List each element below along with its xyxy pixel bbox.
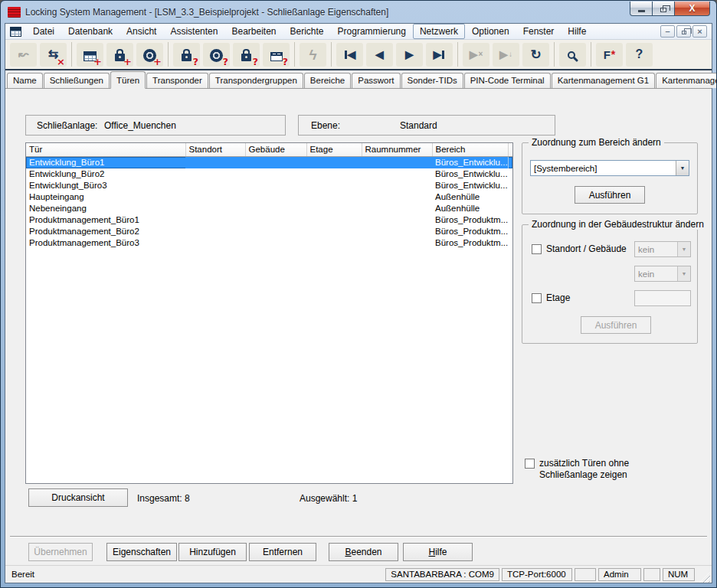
cell-geb-ude (245, 168, 306, 180)
filter-settings-icon: F* (596, 43, 623, 67)
area-select[interactable]: [Systembereich] ▼ (530, 160, 689, 176)
location-building-label: Standort / Gebäude (546, 243, 627, 254)
column-header-t-r[interactable]: Tür (26, 143, 185, 157)
tab-bereiche[interactable]: Bereiche (304, 73, 351, 88)
table-row[interactable]: NebeneingangAußenhülle (26, 203, 512, 214)
first-record-button[interactable]: ◀ (336, 43, 363, 67)
menu-item-netzwerk[interactable]: Netzwerk (413, 24, 465, 39)
minimize-button[interactable] (630, 2, 653, 16)
tab-transponder[interactable]: Transponder (146, 73, 208, 88)
search-button[interactable] (559, 43, 586, 67)
last-record-button[interactable]: ▶ (426, 43, 453, 67)
read-lock-g1-button[interactable]: ? (233, 43, 260, 67)
menu-item-optionen[interactable]: Optionen (465, 24, 516, 39)
tab-name[interactable]: Name (7, 73, 43, 88)
help-icon: ? (626, 43, 653, 67)
tab-transpondergruppen[interactable]: Transpondergruppen (209, 73, 303, 88)
cell-etage (306, 203, 362, 214)
tab-passwort[interactable]: Passwort (352, 73, 400, 88)
beenden-button[interactable]: Beenden (329, 543, 398, 561)
menu-item-ansicht[interactable]: Ansicht (120, 24, 163, 39)
mdi-minimize-button[interactable]: – (660, 25, 675, 38)
status-spacer (575, 568, 596, 581)
status-cells: SANTABARBARA : COM9TCP-Port:6000AdminNUM (383, 568, 695, 581)
table-row[interactable]: Entwicklung_Büro1Büros_Entwicklu... (26, 157, 512, 168)
cell-bereich: Büros_Entwicklu... (432, 168, 508, 180)
restore-button[interactable] (653, 2, 675, 16)
column-header-standort[interactable]: Standort (185, 143, 245, 157)
cell-raumnummer (362, 191, 432, 203)
flash-icon: ϟ (300, 43, 326, 67)
area-assignment-title: Zuordnung zum Bereich ändern (529, 137, 664, 148)
tab-kartenmanagement-g2[interactable]: Kartenmanagement G2 (656, 73, 717, 88)
menu-item-berichte[interactable]: Berichte (283, 24, 331, 39)
refresh-button[interactable]: ↻ (522, 43, 549, 67)
filter-settings-button[interactable]: F* (596, 43, 623, 67)
help-button[interactable]: ? (626, 43, 653, 67)
separator (10, 536, 707, 537)
cell-raumnummer (362, 168, 432, 180)
cell-t-r: Haupteingang (26, 191, 185, 203)
status-admin: Admin (598, 568, 641, 581)
table-row[interactable]: Entwicklung_Büro2Büros_Entwicklu... (26, 168, 512, 180)
menu-item-fenster[interactable]: Fenster (516, 24, 561, 39)
toolbar-separator (457, 42, 458, 67)
eigenschaften-button[interactable]: Eigenschaften (106, 543, 177, 561)
column-header-etage[interactable]: Etage (306, 143, 362, 157)
menu-item-bearbeiten[interactable]: Bearbeiten (224, 24, 283, 39)
menu-item-programmierung[interactable]: Programmierung (331, 24, 413, 39)
next-record-icon: ▶ (396, 43, 423, 67)
cell-t-r: Produktmanagement_Büro1 (26, 214, 185, 226)
next-record-button[interactable]: ▶ (396, 43, 423, 67)
new-locking-system-table-button[interactable]: + (77, 43, 103, 67)
status-tcp-port-6000: TCP-Port:6000 (502, 568, 572, 581)
column-header-bereich[interactable]: Bereich (432, 143, 508, 157)
cell-bereich: Büros_Entwicklu... (432, 180, 508, 191)
title-bar: Locking System Management - [LSM_3.3_Bei… (1, 1, 716, 23)
mdi-close-button[interactable]: × (692, 25, 707, 38)
print-view-button[interactable]: Druckansicht (28, 488, 128, 507)
table-row[interactable]: Produktmanagement_Büro3Büros_Produktm... (26, 237, 512, 249)
menu-items: DateiDatenbankAnsichtAssistentenBearbeit… (26, 24, 593, 39)
resize-grip[interactable] (699, 572, 710, 583)
cell-geb-ude (245, 237, 306, 249)
column-header-filler (508, 143, 512, 157)
read-transponder-button[interactable]: ? (203, 43, 230, 67)
cell-geb-ude (245, 203, 306, 214)
new-transponder-button[interactable]: + (136, 43, 163, 67)
doors-table: TürStandortGebäudeEtageRaumnummerBereich… (25, 142, 513, 484)
column-header-raumnummer[interactable]: Raumnummer (362, 143, 432, 157)
menu-item-assistenten[interactable]: Assistenten (163, 24, 224, 39)
tab-sonder-tids[interactable]: Sonder-TIDs (401, 73, 463, 88)
close-button[interactable]: X (675, 2, 710, 16)
chevron-down-icon[interactable]: ▼ (676, 161, 689, 175)
hinzuf-gen-button[interactable]: Hinzufügen (178, 543, 247, 561)
disconnect-arrow-button[interactable]: ⇆× (40, 43, 67, 67)
read-locknode-button[interactable]: ? (263, 43, 290, 67)
floor-checkbox[interactable]: Etage (532, 292, 570, 303)
cell-t-r: Entwicklung_Büro1 (26, 157, 185, 168)
table-row[interactable]: HaupteingangAußenhülle (26, 191, 512, 203)
column-header-geb-ude[interactable]: Gebäude (245, 143, 306, 157)
mdi-restore-button[interactable] (676, 25, 691, 38)
menu-item-datenbank[interactable]: Datenbank (61, 24, 120, 39)
table-row[interactable]: Produktmanagement_Büro1Büros_Produktm... (26, 214, 512, 226)
read-lock-button[interactable]: ? (173, 43, 200, 67)
menu-item-datei[interactable]: Datei (26, 24, 61, 39)
entfernen-button[interactable]: Entfernen (249, 543, 316, 561)
menu-item-hilfe[interactable]: Hilfe (561, 24, 593, 39)
area-execute-button[interactable]: Ausführen (575, 186, 645, 204)
hilfe-button[interactable]: Hilfe (403, 543, 473, 561)
new-lock-button[interactable]: + (106, 43, 133, 67)
tab-t-ren[interactable]: Türen (110, 71, 146, 89)
tab-pin-code-terminal[interactable]: PIN-Code Terminal (464, 73, 551, 88)
table-row[interactable]: Entwicklungt_Büro3Büros_Entwicklu... (26, 180, 512, 191)
building-structure-group: Zuordnung in der Gebäudestruktur ändern … (522, 224, 698, 344)
search-icon (559, 43, 586, 67)
table-row[interactable]: Produktmanagement_Büro2Büros_Produktm... (26, 226, 512, 237)
show-doors-without-system-checkbox[interactable]: zusätzlich Türen ohne Schließanlage zeig… (525, 458, 640, 481)
location-building-checkbox[interactable]: Standort / Gebäude (532, 243, 627, 254)
tab-schlie-ungen[interactable]: Schließungen (44, 73, 110, 88)
prev-record-button[interactable]: ◀ (366, 43, 393, 67)
tab-kartenmanagement-g1[interactable]: Kartenmanagement G1 (552, 73, 656, 88)
